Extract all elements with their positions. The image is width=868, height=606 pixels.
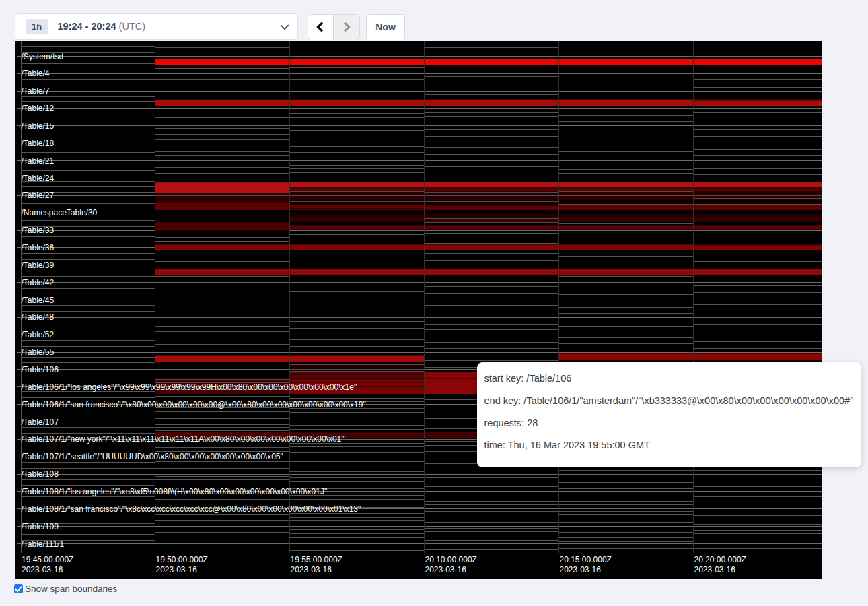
- svg-text:/Table/109: /Table/109: [22, 522, 59, 531]
- svg-text:19:55:00.000Z: 19:55:00.000Z: [291, 555, 342, 564]
- svg-text:19:45:00.000Z: 19:45:00.000Z: [22, 555, 73, 564]
- svg-text:/Table/27: /Table/27: [22, 191, 55, 200]
- svg-text:20:15:00.000Z: 20:15:00.000Z: [560, 555, 612, 564]
- svg-text:/Table/42: /Table/42: [22, 278, 55, 288]
- svg-text:/Table/108/1/"san francisco"/": /Table/108/1/"san francisco"/"\x8c\xcc\x…: [22, 504, 361, 514]
- svg-text:/Table/48: /Table/48: [22, 312, 55, 322]
- svg-text:/Table/108/1/"los angeles"/"\x: /Table/108/1/"los angeles"/"\xa8\xf5\u00…: [22, 487, 328, 496]
- svg-text:/Table/15: /Table/15: [22, 121, 55, 131]
- svg-text:/Table/106: /Table/106: [22, 365, 59, 374]
- svg-text:/Table/33: /Table/33: [22, 226, 55, 235]
- svg-text:2023-03-16: 2023-03-16: [291, 565, 332, 574]
- svg-text:/Table/107/1/"seattle"/"UUUUUU: /Table/107/1/"seattle"/"UUUUUUD\x00\x80\…: [22, 452, 283, 461]
- svg-text:20:10:00.000Z: 20:10:00.000Z: [425, 555, 477, 564]
- svg-text:/Table/12: /Table/12: [22, 104, 55, 113]
- svg-text:2023-03-16: 2023-03-16: [22, 565, 63, 574]
- svg-text:2023-03-16: 2023-03-16: [425, 565, 467, 574]
- svg-text:/Table/55: /Table/55: [22, 347, 55, 357]
- svg-text:/Table/45: /Table/45: [22, 296, 55, 305]
- svg-text:/Table/52: /Table/52: [22, 330, 55, 339]
- svg-text:/Table/107: /Table/107: [22, 417, 59, 427]
- svg-text:/System/tsd: /System/tsd: [22, 52, 64, 61]
- svg-text:20:20:00.000Z: 20:20:00.000Z: [694, 555, 746, 564]
- svg-text:2023-03-16: 2023-03-16: [156, 565, 198, 574]
- svg-text:/Table/106/1/"san francisco"/": /Table/106/1/"san francisco"/"\x80\x00\x…: [22, 400, 366, 409]
- svg-text:/Table/7: /Table/7: [22, 86, 50, 96]
- svg-text:/Table/36: /Table/36: [22, 243, 55, 252]
- svg-text:/Table/4: /Table/4: [22, 69, 50, 78]
- svg-text:/Table/107/1/"new york"/"\x11\: /Table/107/1/"new york"/"\x11\x11\x11\x1…: [22, 434, 345, 444]
- svg-text:/NamespaceTable/30: /NamespaceTable/30: [22, 208, 98, 217]
- svg-text:2023-03-16: 2023-03-16: [560, 565, 602, 574]
- svg-text:/Table/39: /Table/39: [22, 261, 55, 270]
- svg-text:19:50:00.000Z: 19:50:00.000Z: [156, 555, 208, 564]
- svg-text:/Table/24: /Table/24: [22, 174, 55, 183]
- svg-text:/Table/108: /Table/108: [22, 469, 59, 479]
- svg-text:/Table/21: /Table/21: [22, 156, 55, 166]
- svg-text:/Table/106/1/"los angeles"/"\x: /Table/106/1/"los angeles"/"\x99\x99\x99…: [22, 382, 357, 392]
- svg-text:2023-03-16: 2023-03-16: [694, 565, 736, 574]
- svg-text:/Table/111/1: /Table/111/1: [22, 539, 65, 549]
- svg-text:/Table/18: /Table/18: [22, 139, 55, 148]
